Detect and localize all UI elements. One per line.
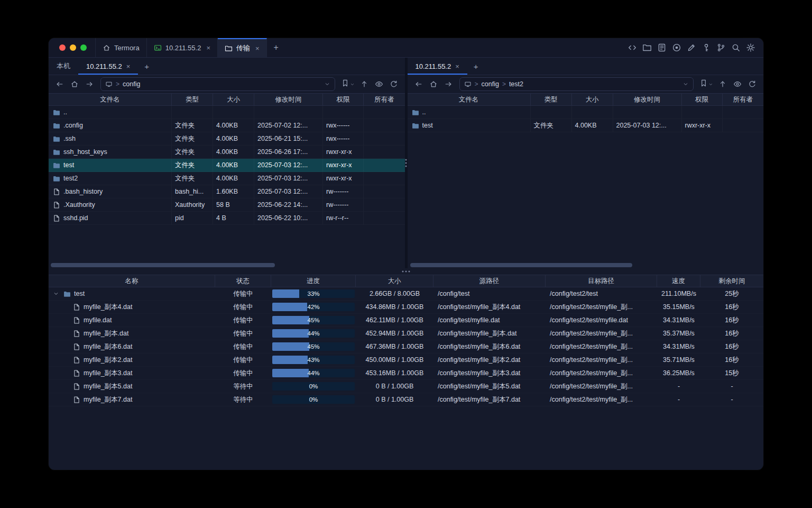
close-tab-icon[interactable]: × <box>206 44 210 52</box>
breadcrumb-segment[interactable]: config <box>482 80 499 88</box>
transfer-row[interactable]: myfile_副本7.dat等待中0%0 B / 1.00GB/config/t… <box>49 393 763 406</box>
column-header[interactable]: 大小 <box>356 275 433 287</box>
column-header[interactable]: 大小 <box>572 94 613 105</box>
tab-ssh-session[interactable]: 10.211.55.2 × <box>147 38 218 57</box>
column-header[interactable]: 速度 <box>657 275 700 287</box>
code-icon[interactable] <box>628 43 637 52</box>
column-header[interactable]: 类型 <box>531 94 572 105</box>
column-header[interactable]: 名称 <box>49 275 215 287</box>
show-hidden-button[interactable] <box>372 77 386 91</box>
column-header[interactable]: 修改时间 <box>254 94 323 105</box>
file-row[interactable]: .XauthorityXauthority58 B2025-06-22 14:.… <box>49 198 405 212</box>
path-breadcrumb[interactable]: >config>test2 <box>459 77 694 91</box>
refresh-button[interactable] <box>387 77 401 91</box>
column-header[interactable]: 所有者 <box>364 94 405 105</box>
bookmark-button[interactable] <box>339 77 356 91</box>
column-header[interactable]: 权限 <box>323 94 364 105</box>
breadcrumb-segment[interactable]: test2 <box>509 80 523 88</box>
tab-remote-session[interactable]: 10.211.55.2 × <box>78 58 138 75</box>
settings-icon[interactable] <box>746 43 755 52</box>
column-header[interactable]: 文件名 <box>49 94 172 105</box>
column-header[interactable]: 所有者 <box>723 94 764 105</box>
column-header[interactable]: 剩余时间 <box>700 275 763 287</box>
tab-label: 10.211.55.2 <box>165 44 201 52</box>
close-tab-icon[interactable]: × <box>126 62 131 70</box>
home-button[interactable] <box>427 77 440 91</box>
record-icon[interactable] <box>672 43 681 52</box>
column-header[interactable]: 文件名 <box>408 94 531 105</box>
branch-icon[interactable] <box>716 43 726 52</box>
forward-button[interactable] <box>82 77 96 91</box>
file-row[interactable]: test文件夹4.00KB2025-07-03 12:...rwxr-xr-x <box>408 119 764 132</box>
close-tab-icon[interactable]: × <box>455 62 459 70</box>
tab-transfer[interactable]: 传输 × <box>218 38 267 57</box>
zoom-window-button[interactable] <box>80 44 87 51</box>
transfer-row[interactable]: myfile_副本.dat传输中44%452.94MB / 1.00GB/con… <box>49 327 763 340</box>
file-row[interactable]: ssh_host_keys文件夹4.00KB2025-06-26 17:...r… <box>49 146 405 159</box>
tab-termora-home[interactable]: Termora <box>95 38 147 57</box>
tab-local[interactable]: 本机 <box>49 58 78 75</box>
file-row[interactable]: .config文件夹4.00KB2025-07-02 12:...rwx----… <box>49 119 405 132</box>
forward-button[interactable] <box>441 77 455 91</box>
transfer-row[interactable]: myfile_副本6.dat传输中45%467.36MB / 1.00GB/co… <box>49 340 763 353</box>
document-icon[interactable] <box>657 43 667 52</box>
column-header[interactable]: 权限 <box>682 94 723 105</box>
horizontal-scrollbar[interactable] <box>49 262 405 268</box>
refresh-button[interactable] <box>745 77 759 91</box>
column-header[interactable]: 大小 <box>213 94 254 105</box>
scrollbar-thumb[interactable] <box>410 263 632 267</box>
file-name-cell: .. <box>49 106 172 119</box>
file-row[interactable]: .bash_historybash_hi...1.60KB2025-07-03 … <box>49 185 405 198</box>
file-row[interactable]: sshd.pidpid4 B2025-06-22 10:...rw-r--r-- <box>49 212 405 225</box>
file-row[interactable]: .ssh文件夹4.00KB2025-06-21 15:...rwx------ <box>49 132 405 146</box>
tab-label: 10.211.55.2 <box>86 62 122 70</box>
transfer-target-cell: /config/test2/test <box>546 287 657 300</box>
back-button[interactable] <box>412 77 426 91</box>
minimize-window-button[interactable] <box>70 44 76 51</box>
column-header[interactable]: 状态 <box>215 275 271 287</box>
path-breadcrumb[interactable]: >config <box>100 77 335 91</box>
transfer-row[interactable]: myfile_副本2.dat传输中43%450.00MB / 1.00GB/co… <box>49 353 763 367</box>
transfer-row[interactable]: myfile.dat传输中45%462.11MB / 1.00GB/config… <box>49 314 763 327</box>
chevron-down-icon[interactable] <box>324 81 330 87</box>
file-row[interactable]: .. <box>408 106 764 119</box>
show-hidden-button[interactable] <box>731 77 744 91</box>
transfer-row[interactable]: test传输中33%2.66GB / 8.00GB/config/test/co… <box>49 287 763 301</box>
chevron-down-icon[interactable] <box>682 81 689 87</box>
new-panel-tab-button[interactable]: + <box>467 58 485 75</box>
home-button[interactable] <box>68 77 81 91</box>
scrollbar-thumb[interactable] <box>51 263 275 267</box>
transfer-row[interactable]: myfile_副本5.dat等待中0%0 B / 1.00GB/config/t… <box>49 380 763 393</box>
breadcrumb-segment[interactable]: config <box>123 80 140 88</box>
column-header[interactable]: 进度 <box>271 275 356 287</box>
pencil-icon[interactable] <box>687 43 696 52</box>
bookmark-button[interactable] <box>698 77 715 91</box>
horizontal-scrollbar[interactable] <box>408 262 764 268</box>
column-header[interactable]: 源路径 <box>433 275 546 287</box>
file-row[interactable]: .. <box>49 106 405 119</box>
file-row[interactable]: test文件夹4.00KB2025-07-03 12:...rwxr-xr-x <box>49 159 405 172</box>
column-header[interactable]: 目标路径 <box>546 275 657 287</box>
new-panel-tab-button[interactable]: + <box>138 58 155 75</box>
search-icon[interactable] <box>731 43 741 52</box>
new-tab-button[interactable]: + <box>267 38 285 57</box>
transfer-status-cell: 传输中 <box>215 301 271 313</box>
close-tab-icon[interactable]: × <box>255 44 260 52</box>
file-row[interactable]: test2文件夹4.00KB2025-07-03 12:...rwxr-xr-x <box>49 172 405 185</box>
transfer-row[interactable]: myfile_副本3.dat传输中44%453.16MB / 1.00GB/co… <box>49 367 763 380</box>
column-header[interactable]: 修改时间 <box>613 94 682 105</box>
transfer-row[interactable]: myfile_副本4.dat传输中42%434.86MB / 1.00GB/co… <box>49 301 763 314</box>
key-icon[interactable] <box>702 43 711 52</box>
panel-splitter[interactable] <box>405 58 408 268</box>
tab-remote-session[interactable]: 10.211.55.2 × <box>408 58 467 75</box>
column-header[interactable]: 类型 <box>172 94 213 105</box>
up-directory-button[interactable] <box>716 77 730 91</box>
back-button[interactable] <box>53 77 67 91</box>
close-window-button[interactable] <box>59 44 66 51</box>
window-controls <box>49 38 95 57</box>
folder-icon[interactable] <box>642 43 652 52</box>
transfer-size-cell: 462.11MB / 1.00GB <box>356 314 433 326</box>
horizontal-splitter[interactable] <box>49 268 763 275</box>
up-directory-button[interactable] <box>357 77 371 91</box>
progress-label: 33% <box>272 289 355 298</box>
